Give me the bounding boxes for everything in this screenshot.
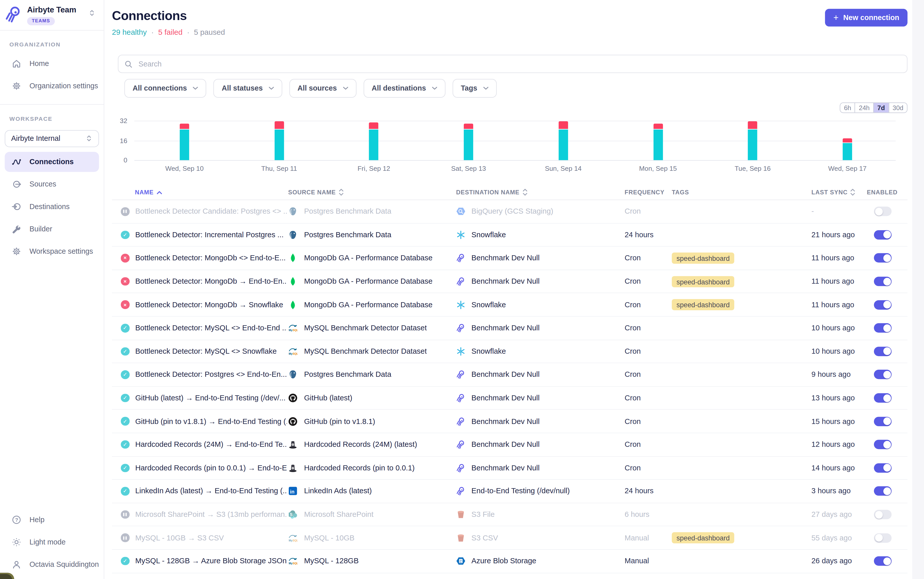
sources-icon (11, 179, 21, 188)
filter-dropdown-all-sources[interactable]: All sources (289, 79, 356, 98)
column-header-source-name[interactable]: SOURCE NAME (287, 188, 456, 196)
enabled-toggle[interactable] (874, 417, 892, 426)
search-input[interactable] (138, 59, 901, 69)
org-badge: TEAMS (27, 17, 55, 25)
succeeded-bar (369, 129, 378, 160)
filter-dropdown-all-statuses[interactable]: All statuses (213, 79, 282, 98)
last-sync-cell: 26 days ago (811, 557, 867, 565)
connection-row[interactable]: ✓MySQL - 128GB → Azure Blob Storage JSOn… (112, 550, 908, 573)
gridline (135, 140, 896, 141)
connection-row[interactable]: ✓Bottleneck Detector: Postgres <> End-to… (112, 363, 908, 387)
connection-row[interactable]: ✓Bottleneck Detector: MySQL <> End-to-En… (112, 317, 908, 340)
bar-group[interactable] (748, 121, 757, 160)
new-connection-label: New connection (843, 13, 899, 21)
enabled-toggle[interactable] (874, 370, 892, 379)
enabled-toggle[interactable] (874, 463, 892, 473)
enabled-toggle[interactable] (874, 510, 892, 519)
enabled-cell (867, 393, 908, 403)
sidebar-item-destinations[interactable]: Destinations (5, 196, 99, 216)
filter-dropdown-tags[interactable]: Tags (453, 79, 497, 98)
connection-row[interactable]: ✓Bottleneck Detector: MySQL <> Snowflake… (112, 340, 908, 363)
column-header-tags[interactable]: TAGS (672, 189, 811, 196)
connection-row[interactable]: ×Bottleneck Detector: MongoDb → End-to-E… (112, 270, 908, 293)
chart-y-axis: 01632 (112, 121, 131, 160)
column-header-enabled[interactable]: ENABLED (867, 189, 908, 196)
connection-row[interactable]: ✓Bottleneck Detector: Incremental Postgr… (112, 224, 908, 247)
filter-dropdown-label: All destinations (372, 84, 426, 92)
last-sync-value: 15 hours ago (811, 417, 855, 425)
connection-row[interactable]: ✓GitHub (latest) → End-to-End Testing (/… (112, 387, 908, 410)
mysql-icon: MySQL (288, 556, 298, 566)
last-sync-cell: 10 hours ago (811, 347, 867, 355)
status-healthy-icon: ✓ (121, 370, 130, 379)
enabled-toggle[interactable] (874, 533, 892, 543)
connection-row[interactable]: ✓Hardcoded Records (24M) → End-to-End Te… (112, 433, 908, 456)
source-name: MySQL Benchmark Detector Dataset (304, 347, 427, 355)
connection-row[interactable]: ×Bottleneck Detector: MongoDb → Snowflak… (112, 293, 908, 317)
enabled-toggle[interactable] (874, 300, 892, 309)
footer-item-help[interactable]: ?Help (5, 509, 99, 530)
sidebar-item-home[interactable]: Home (5, 53, 99, 73)
filter-dropdown-all-destinations[interactable]: All destinations (363, 79, 445, 98)
time-range-option-24h[interactable]: 24h (855, 103, 873, 113)
gear-icon (11, 246, 21, 256)
enabled-toggle[interactable] (874, 277, 892, 286)
source-cell: MySQLMySQL Benchmark Detector Dataset (287, 347, 456, 356)
column-header-last-sync[interactable]: LAST SYNC (811, 188, 867, 196)
footer-item-octavia-squiddington[interactable]: Octavia Squiddington (5, 554, 99, 574)
enabled-toggle[interactable] (874, 440, 892, 449)
bar-group[interactable] (369, 123, 378, 160)
bar-group[interactable] (464, 124, 473, 160)
sidebar-item-organization-settings[interactable]: Organization settings (5, 75, 99, 96)
x-axis-label: Thu, Sep 11 (261, 165, 297, 172)
connection-row[interactable]: ✓GitHub (pin to v1.8.1) → End-to-End Tes… (112, 410, 908, 433)
enabled-toggle[interactable] (874, 393, 892, 403)
enabled-toggle[interactable] (874, 556, 892, 566)
enabled-toggle[interactable] (874, 230, 892, 239)
connection-row[interactable]: Bottleneck Detector Candidate: Postgres … (112, 200, 908, 224)
status-failed-icon: × (121, 254, 130, 263)
bar-group[interactable] (653, 124, 663, 160)
org-name: Airbyte Team (27, 5, 76, 14)
sidebar-item-builder[interactable]: Builder (5, 219, 99, 239)
connection-row[interactable]: ✓LinkedIn Ads (latest) → End-to-End Test… (112, 480, 908, 503)
connection-row[interactable]: ✓Hardcoded Records (pin to 0.0.1) → End-… (112, 456, 908, 480)
time-range-option-30d[interactable]: 30d (888, 103, 907, 113)
bar-group[interactable] (274, 121, 284, 160)
enabled-toggle[interactable] (874, 323, 892, 333)
name-cell: ✓GitHub (latest) → End-to-End Testing (/… (112, 394, 287, 402)
time-range-option-6h[interactable]: 6h (840, 103, 855, 113)
bar-group[interactable] (180, 124, 189, 160)
connection-row[interactable]: Microsoft SharePoint → S3 (13mb performa… (112, 503, 908, 527)
time-range-option-7d[interactable]: 7d (873, 103, 888, 113)
sidebar-item-workspace-settings[interactable]: Workspace settings (5, 241, 99, 261)
sidebar-item-sources[interactable]: Sources (5, 174, 99, 194)
source-cell: MySQLMySQL - 128GB (287, 556, 456, 566)
column-header-name[interactable]: NAME (112, 189, 287, 196)
destination-name: Snowflake (471, 231, 506, 239)
s3-icon (456, 533, 466, 543)
column-header-destination-name[interactable]: DESTINATION NAME (456, 188, 625, 196)
workspace-selector[interactable]: Airbyte Internal (5, 130, 99, 147)
connection-row[interactable]: MySQL - 10GB → S3 CSVMySQLMySQL - 10GBS3… (112, 527, 908, 550)
enabled-toggle[interactable] (874, 347, 892, 356)
last-sync-value: 21 hours ago (811, 231, 855, 239)
enabled-toggle[interactable] (874, 254, 892, 263)
enabled-cell (867, 463, 908, 473)
new-connection-button[interactable]: + New connection (825, 9, 908, 27)
org-switcher[interactable]: Airbyte Team TEAMS (0, 0, 103, 30)
bar-group[interactable] (558, 121, 568, 160)
destination-cell: S3 File (456, 510, 625, 519)
bar-group[interactable] (843, 139, 852, 160)
last-sync-cell: 12 hours ago (811, 440, 867, 448)
column-header-frequency[interactable]: FREQUENCY (625, 189, 672, 196)
tag-badge: speed-dashboard (672, 276, 735, 287)
enabled-toggle[interactable] (874, 486, 892, 496)
enabled-cell (867, 300, 908, 309)
filter-dropdown-all-connections[interactable]: All connections (125, 79, 207, 98)
frequency-cell: Cron (625, 324, 672, 332)
connection-row[interactable]: ×Bottleneck Detector: MongoDb <> End-to-… (112, 247, 908, 270)
footer-item-light-mode[interactable]: Light mode (5, 532, 99, 552)
sidebar-item-connections[interactable]: Connections (5, 152, 99, 172)
enabled-toggle[interactable] (874, 207, 892, 216)
